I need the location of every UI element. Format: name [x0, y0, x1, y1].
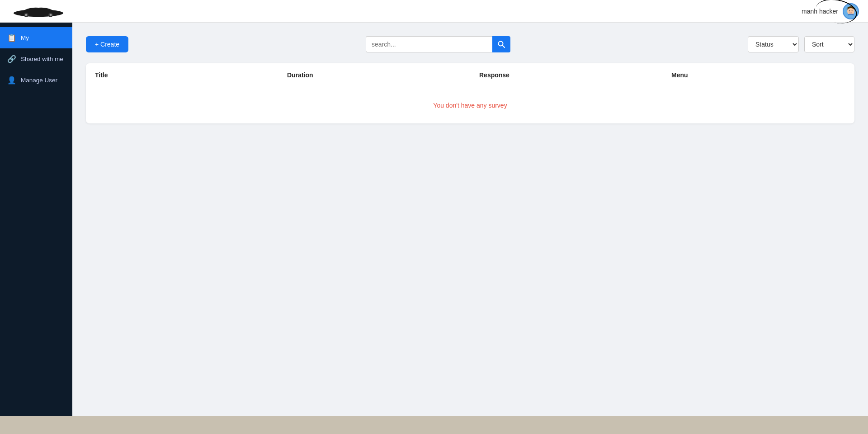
- search-icon: [498, 41, 505, 48]
- sidebar: 📋 My 🔗 Shared with me 👤 Manage User: [0, 23, 72, 416]
- svg-point-3: [25, 14, 28, 16]
- col-title: Title: [86, 63, 278, 87]
- search-wrapper: [366, 36, 510, 52]
- table-body: You don't have any survey: [86, 87, 854, 123]
- empty-message: You don't have any survey: [420, 88, 520, 123]
- avatar-container: [843, 3, 859, 19]
- create-button[interactable]: + Create: [86, 36, 128, 52]
- toolbar-right: Status Active Inactive Draft Sort A-Z Z-…: [748, 36, 854, 52]
- status-dropdown[interactable]: Status Active Inactive Draft: [748, 36, 799, 52]
- table-header: Title Duration Response Menu: [86, 63, 854, 87]
- sidebar-item-shared-label: Shared with me: [21, 56, 63, 62]
- my-icon: 📋: [7, 33, 16, 42]
- sidebar-item-my[interactable]: 📋 My: [0, 27, 72, 48]
- header-right: manh hacker: [802, 3, 859, 19]
- bottom-bar: [0, 416, 868, 434]
- search-button[interactable]: [492, 36, 510, 52]
- toolbar: + Create Status Active I: [86, 36, 854, 52]
- survey-table: Title Duration Response Menu You don't h…: [86, 63, 854, 123]
- sidebar-item-shared[interactable]: 🔗 Shared with me: [0, 48, 72, 70]
- header: manh hacker: [0, 0, 868, 23]
- user-avatar[interactable]: [843, 3, 859, 19]
- sidebar-item-my-label: My: [21, 34, 29, 41]
- svg-point-8: [852, 10, 853, 11]
- toolbar-center: [366, 36, 510, 52]
- sort-dropdown[interactable]: Sort A-Z Z-A Newest Oldest: [804, 36, 854, 52]
- svg-point-7: [849, 10, 850, 11]
- logo-area: [9, 3, 68, 19]
- logo-icon: [9, 3, 68, 19]
- shared-icon: 🔗: [7, 55, 16, 63]
- manage-user-icon: 👤: [7, 76, 16, 85]
- content-area: + Create Status Active I: [72, 23, 868, 416]
- search-input[interactable]: [366, 36, 492, 52]
- svg-line-10: [503, 46, 505, 48]
- avatar-icon: [844, 4, 858, 19]
- col-menu: Menu: [662, 63, 854, 87]
- toolbar-left: + Create: [86, 36, 128, 52]
- svg-point-4: [50, 14, 52, 16]
- username-label: manh hacker: [802, 8, 838, 15]
- col-duration: Duration: [278, 63, 470, 87]
- col-response: Response: [470, 63, 662, 87]
- main-layout: 📋 My 🔗 Shared with me 👤 Manage User + Cr…: [0, 23, 868, 416]
- sidebar-item-manage-user[interactable]: 👤 Manage User: [0, 70, 72, 91]
- sidebar-item-manage-label: Manage User: [21, 77, 57, 84]
